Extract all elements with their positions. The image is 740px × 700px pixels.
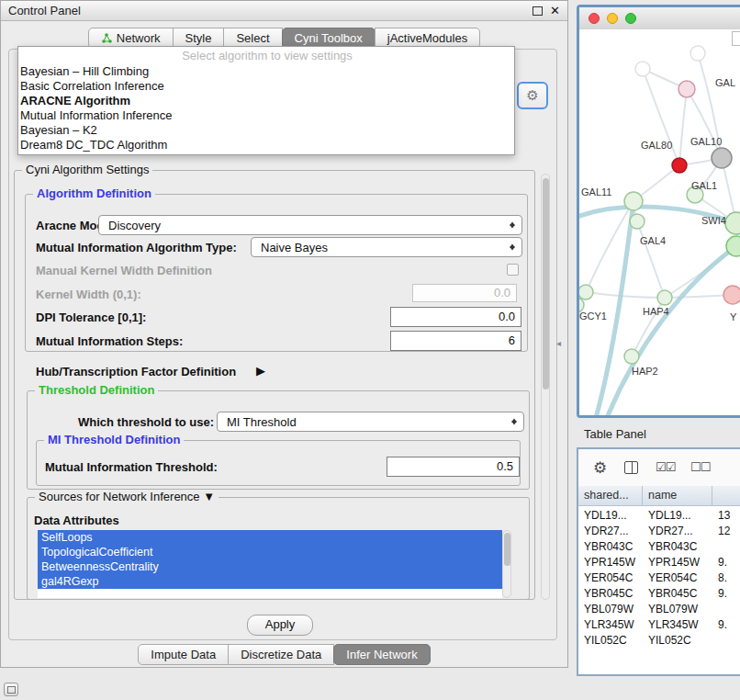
cell: YLR345W xyxy=(643,617,712,633)
algorithm-dropdown-popup: Select algorithm to view settings Bayesi… xyxy=(17,46,515,155)
gear-icon: ⚙ xyxy=(526,87,538,104)
table-panel-window: ⚙ ☑☑ ☐☐ shared... name YDL19... YDL19...… xyxy=(577,447,740,676)
collapsed-panel-icon[interactable] xyxy=(4,683,18,696)
kernel-width-field[interactable]: 0.0 xyxy=(412,284,517,302)
birdseye-corner[interactable] xyxy=(732,31,740,46)
expand-arrow-icon[interactable]: ▶ xyxy=(256,364,265,378)
float-window-icon[interactable] xyxy=(533,6,543,16)
column-header-extra[interactable] xyxy=(712,486,740,505)
tab-label: jActiveModules xyxy=(387,31,467,45)
cell: YLR345W xyxy=(578,617,643,633)
splitter-handle[interactable]: ◂ xyxy=(556,338,561,348)
table-row[interactable]: YIL052C YIL052C xyxy=(578,633,740,649)
network-canvas[interactable]: GAL80 GAL10 GAL GAL11 GAL1 SWI4 GAL4 GCY… xyxy=(579,29,740,415)
tab-discretize-data[interactable]: Discretize Data xyxy=(228,644,334,665)
mi-steps-field[interactable]: 6 xyxy=(390,331,521,351)
network-node[interactable] xyxy=(624,349,639,364)
attribute-item-selected[interactable]: gal4RGexp xyxy=(38,574,502,589)
table-row[interactable]: YBR045C YBR045C 9. xyxy=(578,586,740,602)
close-window-icon[interactable] xyxy=(589,13,600,24)
tab-label: Discretize Data xyxy=(241,648,321,661)
network-node[interactable] xyxy=(624,192,643,210)
algorithm-option[interactable]: Dream8 DC_TDC Algorithm xyxy=(18,138,514,152)
mi-threshold-label: Mutual Information Threshold: xyxy=(45,460,218,474)
cell xyxy=(712,539,740,555)
column-header-shared-name[interactable]: shared... xyxy=(578,486,643,505)
network-node[interactable] xyxy=(690,46,705,61)
mi-type-label: Mutual Information Algorithm Type: xyxy=(36,241,237,254)
table-row[interactable]: YBR043C YBR043C xyxy=(578,539,740,555)
attributes-scrollbar[interactable] xyxy=(502,530,511,598)
table-row[interactable]: YDL19... YDL19... 13 xyxy=(578,508,740,524)
manual-kernel-checkbox[interactable] xyxy=(507,264,519,276)
zoom-window-icon[interactable] xyxy=(625,13,636,24)
tab-impute-data[interactable]: Impute Data xyxy=(138,644,229,665)
tab-infer-network[interactable]: Infer Network xyxy=(333,644,430,665)
algorithm-option[interactable]: Bayesian – K2 xyxy=(18,123,514,138)
table-row[interactable]: YPR145W YPR145W 9. xyxy=(578,555,740,570)
algorithm-options-button[interactable]: ⚙ xyxy=(517,82,548,109)
table-row[interactable]: YLR345W YLR345W 9. xyxy=(578,617,740,633)
cell: YBR043C xyxy=(643,539,712,555)
attribute-item-selected[interactable]: SelfLoops xyxy=(38,530,502,545)
selected-value: MI Threshold xyxy=(227,415,297,429)
network-node[interactable] xyxy=(635,62,650,76)
attribute-item-selected[interactable]: TopologicalCoefficient xyxy=(38,545,502,559)
close-icon[interactable]: ✕ xyxy=(550,5,560,17)
algorithm-option[interactable]: Bayesian – Hill Climbing xyxy=(18,64,514,79)
attributes-scrollbar-thumb[interactable] xyxy=(504,533,510,566)
collapse-arrow-icon[interactable]: ▼ xyxy=(203,490,215,503)
tab-label: Cyni Toolbox xyxy=(295,31,363,45)
cell: 12 xyxy=(712,524,740,539)
algorithm-option-selected[interactable]: ARACNE Algorithm xyxy=(18,94,514,108)
columns-icon[interactable] xyxy=(624,461,638,474)
network-view-window: GAL80 GAL10 GAL GAL11 GAL1 SWI4 GAL4 GCY… xyxy=(577,5,740,418)
cell: 9. xyxy=(712,555,740,570)
network-node[interactable] xyxy=(678,81,695,97)
algorithm-option[interactable]: Basic Correlation Inference xyxy=(18,79,514,94)
aracne-mode-select[interactable]: Discovery xyxy=(98,215,522,235)
group-title: Cyni Algorithm Settings xyxy=(22,163,152,176)
settings-scrollbar[interactable] xyxy=(541,174,550,600)
table-row[interactable]: YBL079W YBL079W xyxy=(578,602,740,617)
gear-icon[interactable]: ⚙ xyxy=(593,458,607,478)
node-label: SWI4 xyxy=(701,215,726,226)
deselect-all-checkboxes-icon[interactable]: ☐☐ xyxy=(690,460,710,474)
mi-threshold-field[interactable]: 0.5 xyxy=(387,457,520,477)
cell: YBR045C xyxy=(578,586,643,602)
control-panel-titlebar: Control Panel ✕ xyxy=(1,1,567,21)
selected-value: Discovery xyxy=(108,219,161,232)
tab-label: Infer Network xyxy=(346,648,417,661)
node-label: GAL10 xyxy=(690,136,722,147)
table-row[interactable]: YER054C YER054C 8. xyxy=(578,570,740,586)
kernel-width-label: Kernel Width (0,1): xyxy=(36,288,141,301)
network-node[interactable] xyxy=(672,158,687,173)
network-node[interactable] xyxy=(712,148,732,168)
attribute-item-selected[interactable]: BetweennessCentrality xyxy=(38,559,502,574)
minimize-window-icon[interactable] xyxy=(607,13,618,24)
algorithm-placeholder: Select algorithm to view settings xyxy=(18,47,514,64)
which-threshold-select[interactable]: MI Threshold xyxy=(217,412,524,432)
network-node[interactable] xyxy=(726,236,740,256)
dpi-tolerance-field[interactable]: 0.0 xyxy=(390,307,521,327)
network-node[interactable] xyxy=(725,212,740,234)
algorithm-option[interactable]: Mutual Information Inference xyxy=(18,108,514,123)
table-panel-title: Table Panel xyxy=(584,427,646,441)
column-header-name[interactable]: name xyxy=(643,486,712,505)
mi-algorithm-type-select[interactable]: Naive Bayes xyxy=(251,237,522,257)
hub-definition-label: Hub/Transcription Factor Definition xyxy=(36,365,236,378)
group-title: Sources for Network Inference ▼ xyxy=(35,490,219,503)
network-node[interactable] xyxy=(723,286,740,304)
data-attributes-label: Data Attributes xyxy=(34,514,119,527)
select-all-checkboxes-icon[interactable]: ☑☑ xyxy=(656,460,675,474)
cell xyxy=(712,602,740,617)
cell: YIL052C xyxy=(578,633,643,649)
settings-scrollbar-thumb[interactable] xyxy=(543,178,549,390)
network-node[interactable] xyxy=(657,290,672,305)
table-row[interactable]: YDR27... YDR27... 12 xyxy=(578,524,740,539)
apply-button[interactable]: Apply xyxy=(247,615,313,636)
control-panel-window: Control Panel ✕ Network Style Select Cyn… xyxy=(0,0,568,668)
combo-arrows-icon xyxy=(509,241,517,254)
network-node[interactable] xyxy=(579,285,593,299)
network-node[interactable] xyxy=(630,214,645,229)
